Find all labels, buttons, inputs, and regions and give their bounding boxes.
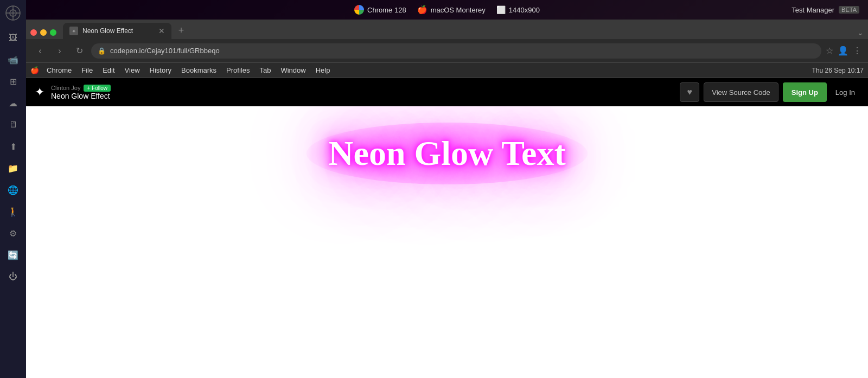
profile-icon[interactable]: 👤 xyxy=(838,46,848,56)
login-button[interactable]: Log In xyxy=(831,82,859,102)
app-logo[interactable] xyxy=(4,4,22,22)
window-controls xyxy=(30,29,56,36)
neon-glow-text: Neon Glow Text xyxy=(307,123,587,184)
signup-button[interactable]: Sign Up xyxy=(783,82,827,102)
bookmark-icon[interactable]: ☆ xyxy=(826,46,833,56)
sidebar-icon-refresh[interactable]: 🔄 xyxy=(3,245,23,265)
reload-button[interactable]: ↻ xyxy=(72,43,87,59)
codepen-header: ✦ Clinton Joy + Follow Neon Glow Effect … xyxy=(26,78,868,106)
system-bar: Chrome 128 🍎 macOS Monterey ⬜ 1440x900 T… xyxy=(26,0,868,20)
login-label: Log In xyxy=(835,88,855,97)
menu-bar: 🍎 Chrome File Edit View History Bookmark… xyxy=(26,63,868,78)
resolution-indicator: ⬜ 1440x900 xyxy=(496,5,540,14)
maximize-button[interactable] xyxy=(50,29,56,36)
address-input[interactable]: 🔒 codepen.io/Cejay101/full/GRbbeqo xyxy=(91,43,821,59)
secure-icon: 🔒 xyxy=(98,47,106,55)
tab-favicon: ✦ xyxy=(69,27,78,35)
menu-history[interactable]: History xyxy=(145,65,176,75)
menu-window[interactable]: Window xyxy=(276,65,310,75)
apple-menu-icon[interactable]: 🍎 xyxy=(30,66,39,74)
browser-label: Chrome 128 xyxy=(367,6,406,14)
follow-button[interactable]: + Follow xyxy=(84,85,111,92)
sidebar-icon-network[interactable]: 🌐 xyxy=(3,180,23,200)
sidebar-icon-monitor[interactable]: 🖥 xyxy=(3,115,23,134)
menu-profiles[interactable]: Profiles xyxy=(222,65,254,75)
codepen-header-right: ♥ View Source Code Sign Up Log In xyxy=(680,82,859,102)
browser-indicator: Chrome 128 xyxy=(354,5,406,15)
menu-help[interactable]: Help xyxy=(311,65,335,75)
preview-area: Neon Glow Text xyxy=(26,106,868,378)
system-bar-right: Test Manager BETA xyxy=(792,6,859,14)
minimize-button[interactable] xyxy=(40,29,47,36)
beta-badge: BETA xyxy=(839,6,859,14)
monitor-icon: ⬜ xyxy=(496,5,506,14)
tab-title: Neon Glow Effect xyxy=(82,27,133,35)
menu-bookmarks[interactable]: Bookmarks xyxy=(177,65,221,75)
codepen-logo-icon: ✦ xyxy=(35,85,44,99)
forward-button[interactable]: › xyxy=(52,43,67,59)
codepen-author: Clinton Joy + Follow xyxy=(51,85,111,92)
sidebar-icon-user[interactable]: 🚶 xyxy=(3,202,23,221)
sidebar-icon-grid[interactable]: ⊞ xyxy=(3,72,23,91)
resolution-label: 1440x900 xyxy=(509,6,540,14)
menu-edit[interactable]: Edit xyxy=(98,65,119,75)
test-manager-label: Test Manager xyxy=(792,6,834,14)
sidebar-icon-power[interactable]: ⏻ xyxy=(3,267,23,286)
codepen-content: ✦ Clinton Joy + Follow Neon Glow Effect … xyxy=(26,78,868,378)
author-name: Clinton Joy xyxy=(51,85,80,91)
browser-window: ✦ Neon Glow Effect ✕ + ⌄ ‹ › ↻ 🔒 codepen… xyxy=(26,20,868,378)
chrome-icon xyxy=(354,5,364,15)
expand-icon[interactable]: ⌄ xyxy=(857,28,864,37)
sidebar-icon-cloud[interactable]: ☁ xyxy=(3,93,23,113)
signup-label: Sign Up xyxy=(792,88,818,97)
datetime-display: Thu 26 Sep 10:17 xyxy=(812,67,864,74)
menu-file[interactable]: File xyxy=(77,65,97,75)
sidebar-icon-video[interactable]: 📹 xyxy=(3,50,23,69)
address-right-controls: ☆ 👤 ⋮ xyxy=(826,46,861,56)
sidebar: 🖼 📹 ⊞ ☁ 🖥 ⬆ 📁 🌐 🚶 ⚙ 🔄 ⏻ xyxy=(0,0,26,378)
browser-tab[interactable]: ✦ Neon Glow Effect ✕ xyxy=(63,23,171,39)
heart-icon: ♥ xyxy=(687,87,693,97)
os-indicator: 🍎 macOS Monterey xyxy=(417,5,486,15)
tab-bar: ✦ Neon Glow Effect ✕ + ⌄ xyxy=(26,20,868,39)
follow-label: + Follow xyxy=(87,85,107,91)
close-button[interactable] xyxy=(30,29,37,36)
heart-button[interactable]: ♥ xyxy=(680,82,699,102)
os-label: macOS Monterey xyxy=(431,6,486,14)
view-source-button[interactable]: View Source Code xyxy=(704,82,778,102)
sidebar-icon-folder[interactable]: 📁 xyxy=(3,158,23,178)
sidebar-icon-upload[interactable]: ⬆ xyxy=(3,137,23,156)
pen-title: Neon Glow Effect xyxy=(51,92,111,100)
tab-close-button[interactable]: ✕ xyxy=(158,27,165,35)
menu-bar-right: Thu 26 Sep 10:17 xyxy=(812,67,864,74)
menu-tab[interactable]: Tab xyxy=(255,65,275,75)
tab-bar-right: ⌄ xyxy=(857,28,864,37)
view-source-label: View Source Code xyxy=(712,88,770,97)
address-bar: ‹ › ↻ 🔒 codepen.io/Cejay101/full/GRbbeqo… xyxy=(26,39,868,63)
codepen-pen-info: Clinton Joy + Follow Neon Glow Effect xyxy=(51,85,111,100)
url-text: codepen.io/Cejay101/full/GRbbeqo xyxy=(110,47,220,55)
back-button[interactable]: ‹ xyxy=(33,43,48,59)
more-icon[interactable]: ⋮ xyxy=(853,46,861,56)
apple-icon: 🍎 xyxy=(417,5,427,15)
new-tab-button[interactable]: + xyxy=(174,23,189,38)
menu-chrome[interactable]: Chrome xyxy=(42,65,76,75)
sidebar-icon-gallery[interactable]: 🖼 xyxy=(3,28,23,48)
menu-view[interactable]: View xyxy=(120,65,144,75)
sidebar-icon-settings[interactable]: ⚙ xyxy=(3,223,23,243)
